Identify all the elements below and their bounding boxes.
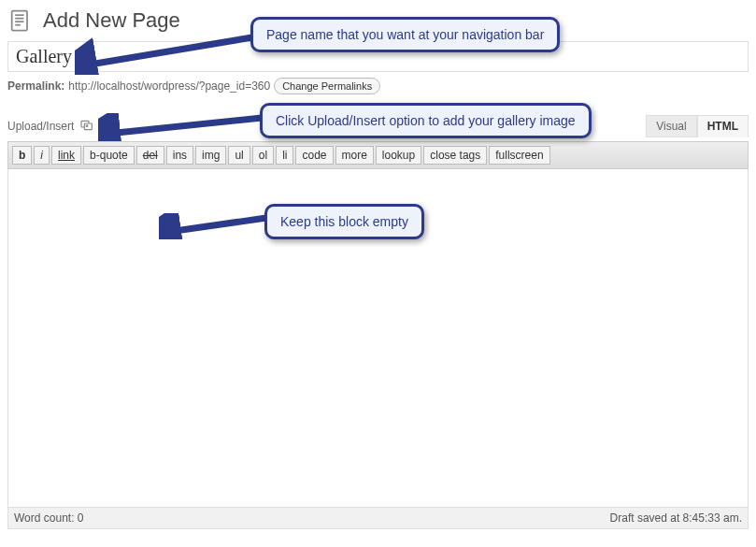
permalink-row: Permalink: http://localhost/wordpress/?p… — [0, 76, 756, 96]
word-count: Word count: 0 — [14, 511, 84, 525]
svg-rect-0 — [12, 11, 27, 31]
tool-ol-button[interactable]: ol — [252, 146, 274, 165]
permalink-label: Permalink: — [7, 79, 64, 93]
media-icon[interactable] — [79, 118, 94, 136]
tool-link-button[interactable]: link — [51, 146, 81, 165]
upload-insert-link[interactable]: Upload/Insert — [7, 120, 74, 133]
draft-saved-status: Draft saved at 8:45:33 am. — [610, 511, 742, 525]
editor-toolbar: b i link b-quote del ins img ul ol li co… — [7, 141, 749, 169]
permalink-url: http://localhost/wordpress/?page_id=360 — [68, 79, 270, 93]
tool-fullscreen-button[interactable]: fullscreen — [489, 146, 549, 165]
tool-code-button[interactable]: code — [295, 146, 333, 165]
tool-img-button[interactable]: img — [195, 146, 226, 165]
callout-upload-insert: Click Upload/Insert option to add your g… — [260, 103, 592, 138]
tool-italic-button[interactable]: i — [34, 146, 50, 165]
tool-more-button[interactable]: more — [335, 146, 374, 165]
tool-closetags-button[interactable]: close tags — [423, 146, 487, 165]
editor-tabs: Visual HTML — [646, 115, 749, 137]
tool-lookup-button[interactable]: lookup — [376, 146, 421, 165]
tool-del-button[interactable]: del — [136, 146, 164, 165]
page-document-icon — [7, 7, 37, 34]
tab-visual[interactable]: Visual — [646, 115, 696, 137]
tab-html[interactable]: HTML — [697, 115, 749, 137]
tool-li-button[interactable]: li — [276, 146, 293, 165]
change-permalinks-button[interactable]: Change Permalinks — [274, 78, 380, 94]
word-count-label: Word count: — [14, 511, 78, 525]
tool-bquote-button[interactable]: b-quote — [83, 146, 135, 165]
callout-page-name: Page name that you want at your navigati… — [250, 17, 560, 52]
status-bar: Word count: 0 Draft saved at 8:45:33 am. — [7, 508, 749, 529]
tool-bold-button[interactable]: b — [12, 146, 32, 165]
page-title: Add New Page — [43, 8, 180, 33]
svg-rect-6 — [85, 123, 93, 130]
callout-keep-empty: Keep this block empty — [264, 204, 424, 239]
tool-ins-button[interactable]: ins — [166, 146, 193, 165]
tool-ul-button[interactable]: ul — [228, 146, 250, 165]
word-count-value: 0 — [78, 511, 84, 525]
